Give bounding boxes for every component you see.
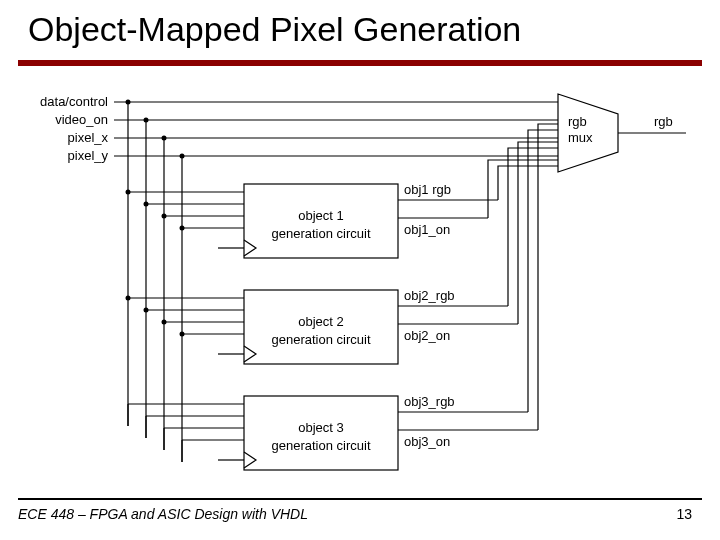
svg-point-8: [126, 100, 131, 105]
object3-line1: object 3: [298, 420, 344, 435]
object2-line1: object 2: [298, 314, 344, 329]
object1-block: object 1 generation circuit: [244, 184, 398, 258]
slide-title: Object-Mapped Pixel Generation: [28, 10, 521, 49]
mux-line2: mux: [568, 130, 593, 145]
rgb-mux: rgb mux: [558, 94, 618, 172]
svg-point-10: [162, 136, 167, 141]
label-obj1-on: obj1_on: [404, 222, 450, 237]
object2-line2: generation circuit: [272, 332, 371, 347]
label-obj2-on: obj2_on: [404, 328, 450, 343]
label-obj3-rgb: obj3_rgb: [404, 394, 455, 409]
svg-point-20: [180, 226, 185, 231]
label-pixel-y: pixel_y: [68, 148, 109, 163]
object1-line2: generation circuit: [272, 226, 371, 241]
mux-line1: rgb: [568, 114, 587, 129]
footer-text: ECE 448 – FPGA and ASIC Design with VHDL: [18, 506, 308, 522]
object1-line1: object 1: [298, 208, 344, 223]
label-rgb-out: rgb: [654, 114, 673, 129]
svg-point-32: [180, 332, 185, 337]
svg-point-17: [126, 190, 131, 195]
page-number: 13: [676, 506, 692, 522]
label-obj2-rgb: obj2_rgb: [404, 288, 455, 303]
label-video-on: video_on: [55, 112, 108, 127]
object3-block: object 3 generation circuit: [244, 396, 398, 470]
svg-point-31: [162, 320, 167, 325]
object2-block: object 2 generation circuit: [244, 290, 398, 364]
svg-point-29: [126, 296, 131, 301]
block-diagram: data/control video_on pixel_x pixel_y ob…: [18, 90, 702, 480]
label-data-control: data/control: [40, 94, 108, 109]
svg-point-18: [144, 202, 149, 207]
object3-line2: generation circuit: [272, 438, 371, 453]
label-pixel-x: pixel_x: [68, 130, 109, 145]
svg-point-19: [162, 214, 167, 219]
label-obj3-on: obj3_on: [404, 434, 450, 449]
svg-point-30: [144, 308, 149, 313]
svg-point-9: [144, 118, 149, 123]
footer-divider: [18, 498, 702, 500]
svg-point-11: [180, 154, 185, 159]
title-underline: [18, 60, 702, 66]
label-obj1-rgb: obj1 rgb: [404, 182, 451, 197]
